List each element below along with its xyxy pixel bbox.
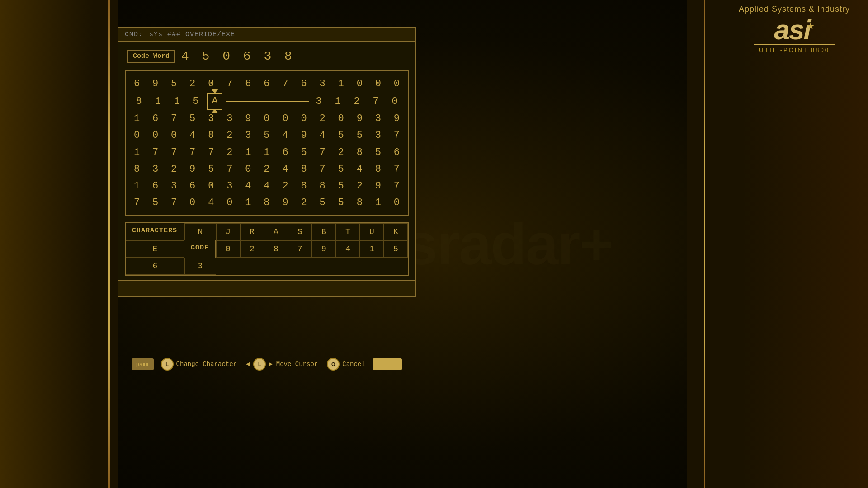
grid-cell: 7 xyxy=(220,76,239,92)
move-cursor-control: ◄ L ► Move Cursor xyxy=(246,358,318,371)
grid-row-5: 1 7 7 7 7 2 1 1 6 5 7 2 8 5 6 xyxy=(127,145,406,160)
grid-cell: 1 xyxy=(328,94,347,109)
code-word-area: Code Word 4 5 0 6 3 8 xyxy=(118,42,415,67)
grid-cell: 9 xyxy=(369,178,387,194)
grid-row-2: 8 1 1 5 A 3 1 2 7 0 xyxy=(127,93,406,110)
grid-cell: 1 xyxy=(257,145,276,160)
char-e: E xyxy=(126,240,184,258)
grid-cell: 9 xyxy=(239,111,257,127)
grid-cell: 7 xyxy=(165,195,183,211)
char-code-table: CHARACTERS N J R A S B T U K E CODE 0 2 … xyxy=(125,222,409,276)
grid-cell: 7 xyxy=(366,94,385,109)
cancel-label: Cancel xyxy=(342,361,365,368)
grid-cell: 1 xyxy=(127,178,146,194)
grid-cell: 0 xyxy=(350,76,369,92)
frame-line-left xyxy=(108,0,110,488)
grid-cell: 7 xyxy=(220,161,239,177)
grid-cell: 5 xyxy=(257,127,276,143)
grid-cell: 6 xyxy=(387,145,406,160)
grid-cell: 7 xyxy=(183,145,202,160)
bottom-status-bar xyxy=(118,280,415,296)
grid-cell: 9 xyxy=(276,195,295,211)
grid-cell: 7 xyxy=(387,127,406,143)
grid-cell: 8 xyxy=(129,94,148,109)
grid-row-6: 8 3 2 9 5 7 0 2 4 8 7 5 4 8 7 xyxy=(127,161,406,177)
grid-cell: 2 xyxy=(276,178,295,194)
grid-cell: 8 xyxy=(350,145,369,160)
controls-bar: pa▮▮ L Change Character ◄ L ► Move Curso… xyxy=(118,353,416,375)
code-3: 7 xyxy=(288,240,312,258)
grid-cell: 6 xyxy=(146,111,165,127)
grid-cell: 3 xyxy=(309,94,328,109)
grid-cell: 7 xyxy=(127,195,146,211)
confirm-text xyxy=(380,361,395,368)
input-line xyxy=(226,101,309,102)
char-j: J xyxy=(216,223,240,240)
password-pill-text: pa▮▮ xyxy=(136,361,149,368)
grid-cell: 7 xyxy=(387,178,406,194)
grid-cell: 3 xyxy=(220,111,239,127)
grid-row-7: 1 6 3 6 0 3 4 4 2 8 8 5 2 9 7 xyxy=(127,178,406,194)
asi-logo: Applied Systems & Industry asi ★ UTILI-P… xyxy=(739,5,850,53)
grid-cell: 0 xyxy=(257,111,276,127)
grid-cell: 8 xyxy=(295,161,313,177)
cursor-box: A xyxy=(207,93,222,110)
grid-cell: 2 xyxy=(257,161,276,177)
grid-cell: 1 xyxy=(127,145,146,160)
o-button-cancel[interactable]: O xyxy=(327,358,340,371)
grid-cell: 0 xyxy=(165,127,183,143)
grid-cell: 1 xyxy=(332,76,350,92)
grid-row-3: 1 6 7 5 3 3 9 0 0 0 2 0 9 3 9 xyxy=(127,111,406,127)
grid-cell: 4 xyxy=(183,127,202,143)
grid-cell: 2 xyxy=(295,195,313,211)
grid-cell: 0 xyxy=(385,94,404,109)
code-5: 4 xyxy=(336,240,360,258)
confirm-pill xyxy=(373,358,402,370)
grid-cell: 5 xyxy=(183,111,202,127)
grid-cell: 3 xyxy=(369,111,387,127)
grid-cell: 5 xyxy=(332,161,350,177)
frame-line-right xyxy=(704,0,705,488)
grid-cell: 8 xyxy=(295,178,313,194)
code-label: CODE xyxy=(184,240,216,258)
grid-cell: 1 xyxy=(239,145,257,160)
grid-cell: 2 xyxy=(347,94,366,109)
code-7: 5 xyxy=(384,240,408,258)
grid-cell: 5 xyxy=(332,127,350,143)
cancel-control: O Cancel xyxy=(327,358,365,371)
grid-cell: 7 xyxy=(276,76,295,92)
grid-cell: 6 xyxy=(239,76,257,92)
grid-cell: 3 xyxy=(239,127,257,143)
code-6: 1 xyxy=(360,240,384,258)
grid-cell: 5 xyxy=(369,145,387,160)
grid-cell: 2 xyxy=(220,127,239,143)
grid-cell: 9 xyxy=(183,161,202,177)
grid-cell: 4 xyxy=(313,127,332,143)
utili-point-label: UTILI-POINT 8800 xyxy=(739,47,850,53)
l-button-change[interactable]: L xyxy=(161,358,174,371)
cmd-label: CMD: xyxy=(125,31,143,38)
number-grid: 6 9 5 2 0 7 6 6 7 6 3 1 0 0 0 8 1 1 5 A … xyxy=(125,70,409,216)
l-button-move[interactable]: L xyxy=(253,358,266,371)
grid-cell: 9 xyxy=(295,127,313,143)
password-pill: pa▮▮ xyxy=(132,358,154,370)
grid-cell: 5 xyxy=(332,178,350,194)
grid-cell: 9 xyxy=(146,76,165,92)
grid-cell: 7 xyxy=(146,145,165,160)
grid-cell: 5 xyxy=(295,145,313,160)
code-2: 8 xyxy=(264,240,288,258)
grid-cell: 9 xyxy=(350,111,369,127)
grid-cell: 0 xyxy=(239,161,257,177)
code-word-value: 4 5 0 6 3 8 xyxy=(181,49,295,63)
code-word-label: Code Word xyxy=(127,50,175,63)
grid-cell: 8 xyxy=(369,161,387,177)
cmd-value: sYs_###_OVERIDE/EXE xyxy=(149,31,235,38)
grid-cell: 1 xyxy=(369,195,387,211)
char-u: U xyxy=(360,223,384,240)
grid-cell: 6 xyxy=(183,178,202,194)
code-0: 0 xyxy=(216,240,240,258)
grid-row-4: 0 0 0 4 8 2 3 5 4 9 4 5 5 3 7 xyxy=(127,127,406,143)
left-arrow-icon: ◄ xyxy=(246,361,250,368)
grid-cell: 7 xyxy=(313,145,332,160)
grid-cell: 8 xyxy=(202,127,220,143)
